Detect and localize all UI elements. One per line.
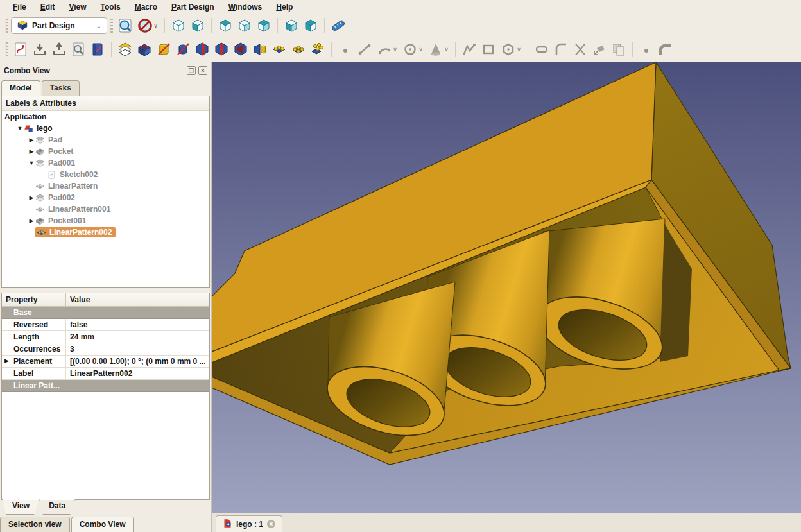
sketch-elbow-button[interactable] bbox=[656, 40, 675, 59]
pocket-button[interactable] bbox=[135, 40, 154, 59]
property-value[interactable]: LinearPattern002 bbox=[66, 368, 209, 379]
tree-item-lego[interactable]: ▼lego bbox=[2, 123, 209, 134]
sketch-external-button[interactable] bbox=[590, 40, 609, 59]
property-group-linear-patt-[interactable]: Linear Patt... bbox=[2, 380, 209, 392]
linear-pattern-button[interactable] bbox=[270, 40, 289, 59]
combo-view-titlebar[interactable]: Combo View ❐ × bbox=[0, 62, 211, 79]
view-front-button[interactable] bbox=[188, 16, 207, 35]
tree-expander[interactable]: ▼ bbox=[16, 125, 24, 132]
menu-file[interactable]: File bbox=[6, 1, 33, 13]
property-row-reversed[interactable]: Reversedfalse bbox=[2, 319, 209, 331]
tree-expander[interactable]: ▶ bbox=[28, 218, 35, 224]
dropdown-caret-icon[interactable]: ∨ bbox=[153, 22, 158, 29]
toolbar-grip[interactable] bbox=[5, 19, 8, 33]
menu-macro[interactable]: Macro bbox=[128, 1, 164, 13]
tab-model[interactable]: Model bbox=[1, 80, 40, 96]
toggle-selection-view[interactable]: Selection view bbox=[0, 517, 70, 532]
tree-expander[interactable]: ▶ bbox=[28, 137, 35, 143]
validate-sketch-button[interactable] bbox=[88, 40, 107, 59]
tree-item-pocket[interactable]: ▶Pocket bbox=[2, 146, 209, 157]
revolution-button[interactable] bbox=[154, 40, 173, 59]
mirrored-button[interactable] bbox=[250, 40, 270, 59]
sketch-conic-button[interactable]: ∨ bbox=[426, 40, 451, 59]
close-tab-icon[interactable]: × bbox=[267, 520, 275, 528]
property-row-label[interactable]: LabelLinearPattern002 bbox=[2, 368, 209, 380]
dropdown-caret-icon[interactable]: ∨ bbox=[517, 46, 521, 53]
tree-item-linearpattern002[interactable]: LinearPattern002 bbox=[2, 227, 209, 238]
panel-splitter[interactable] bbox=[0, 288, 211, 293]
tree-item-linearpattern001[interactable]: LinearPattern001 bbox=[2, 203, 209, 215]
sketch-arc-button[interactable]: ∨ bbox=[374, 40, 400, 59]
property-row-placement[interactable]: ▶Placement[(0.00 0.00 1.00); 0 °; (0 mm … bbox=[2, 356, 209, 368]
draft-button[interactable] bbox=[231, 40, 250, 59]
property-group-base[interactable]: Base bbox=[2, 307, 209, 319]
view-right-button[interactable] bbox=[235, 16, 254, 35]
menu-edit[interactable]: Edit bbox=[34, 1, 62, 13]
tree-item-application[interactable]: Application bbox=[2, 111, 209, 123]
sketch-slot-button[interactable] bbox=[532, 40, 551, 59]
property-value[interactable]: [(0.00 0.00 1.00); 0 °; (0 mm 0 mm 0 ... bbox=[66, 356, 209, 367]
sketch-circle-button[interactable]: ∨ bbox=[400, 40, 426, 59]
pad-button[interactable] bbox=[116, 40, 135, 59]
fillet-button[interactable] bbox=[193, 40, 212, 59]
create-sketch-button[interactable] bbox=[11, 40, 30, 59]
sketch-fillet-button[interactable] bbox=[551, 40, 571, 59]
dropdown-caret-icon[interactable]: ∨ bbox=[393, 46, 397, 53]
tree-expander[interactable]: ▶ bbox=[28, 194, 35, 201]
tab-data[interactable]: Data bbox=[39, 499, 75, 515]
tree-item-pad002[interactable]: ▶Pad002 bbox=[2, 192, 209, 203]
property-value[interactable]: false bbox=[66, 319, 209, 330]
view-top-button[interactable] bbox=[216, 16, 235, 35]
measure-button[interactable] bbox=[329, 16, 348, 35]
menu-windows[interactable]: Windows bbox=[222, 1, 269, 13]
sketch-point-button[interactable] bbox=[336, 40, 355, 59]
dropdown-caret-icon[interactable]: ∨ bbox=[444, 46, 449, 53]
view-axonometric-button[interactable] bbox=[169, 16, 188, 35]
tree-expander[interactable]: ▼ bbox=[28, 160, 35, 166]
float-panel-icon[interactable]: ❐ bbox=[187, 66, 196, 75]
tree-item-sketch002[interactable]: Sketch002 bbox=[2, 169, 209, 180]
3d-viewport[interactable] bbox=[212, 62, 801, 513]
sketch-carboncopy-button[interactable] bbox=[609, 40, 628, 59]
chamfer-button[interactable] bbox=[212, 40, 231, 59]
view-rear-button[interactable] bbox=[254, 16, 273, 35]
sketch-rectangle-button[interactable] bbox=[479, 40, 498, 59]
property-value[interactable]: 3 bbox=[66, 343, 209, 355]
property-row-length[interactable]: Length24 mm bbox=[2, 331, 209, 343]
view-bottom-button[interactable] bbox=[282, 16, 301, 35]
tab-tasks[interactable]: Tasks bbox=[42, 80, 80, 96]
tree-item-pocket001[interactable]: ▶Pocket001 bbox=[2, 215, 209, 227]
groove-button[interactable] bbox=[173, 40, 193, 59]
multi-transform-button[interactable] bbox=[308, 40, 327, 59]
menu-help[interactable]: Help bbox=[270, 1, 299, 13]
draw-style-button[interactable]: ∨ bbox=[135, 16, 160, 35]
attach-sketch-button[interactable] bbox=[30, 40, 49, 59]
menu-part-design[interactable]: Part Design bbox=[165, 1, 221, 13]
property-row-occurrences[interactable]: Occurrences3 bbox=[2, 343, 209, 356]
document-tab[interactable]: lego : 1 × bbox=[216, 515, 282, 532]
polar-pattern-button[interactable] bbox=[289, 40, 308, 59]
toggle-combo-view[interactable]: Combo View bbox=[71, 517, 134, 532]
menu-tools[interactable]: Tools bbox=[94, 1, 127, 13]
tree-item-linearpattern[interactable]: LinearPattern bbox=[2, 180, 209, 192]
leave-sketch-button[interactable] bbox=[49, 40, 69, 59]
expand-icon[interactable]: ▶ bbox=[4, 357, 9, 364]
sketch-polyline-button[interactable] bbox=[460, 40, 479, 59]
tree-expander[interactable]: ▶ bbox=[28, 148, 35, 155]
dropdown-caret-icon[interactable]: ∨ bbox=[418, 46, 423, 53]
toolbar-grip[interactable] bbox=[110, 19, 113, 33]
sketch-point2-button[interactable] bbox=[637, 40, 656, 59]
sketch-line-button[interactable] bbox=[355, 40, 374, 59]
toolbar-grip[interactable] bbox=[5, 42, 8, 56]
close-panel-icon[interactable]: × bbox=[198, 66, 207, 75]
tree-item-pad001[interactable]: ▼Pad001 bbox=[2, 157, 209, 169]
sketch-trim-button[interactable] bbox=[571, 40, 590, 59]
workbench-selector[interactable]: Part Design ⌄ bbox=[11, 17, 107, 34]
property-value[interactable]: 24 mm bbox=[66, 331, 209, 343]
tree-item-pad[interactable]: ▶Pad bbox=[2, 134, 209, 146]
view-sketch-button[interactable] bbox=[69, 40, 88, 59]
tab-view[interactable]: View bbox=[3, 499, 39, 515]
view-left-button[interactable] bbox=[301, 16, 320, 35]
sketch-polygon-button[interactable]: ∨ bbox=[498, 40, 524, 59]
fit-all-button[interactable] bbox=[116, 16, 135, 35]
